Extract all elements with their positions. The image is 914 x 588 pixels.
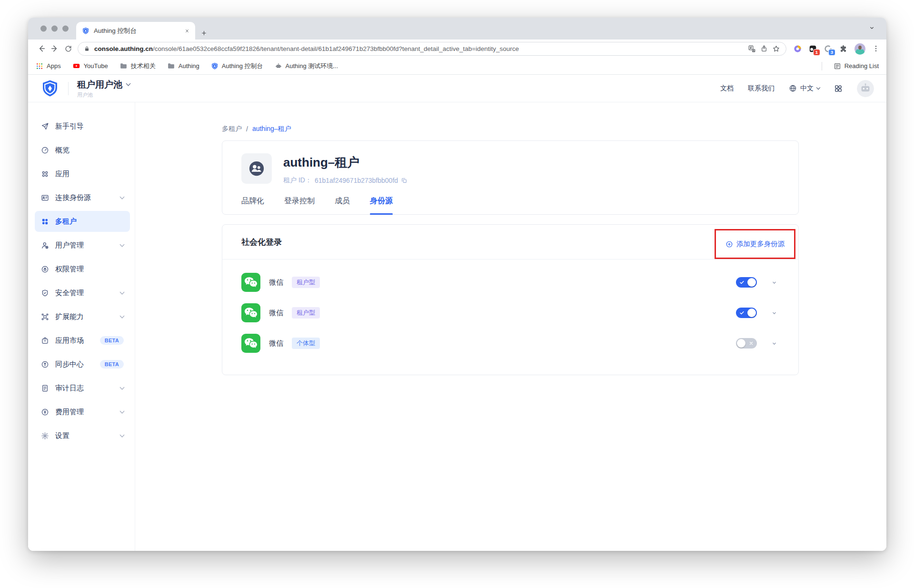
browser-menu-icon[interactable]	[872, 45, 880, 52]
share-icon[interactable]	[760, 45, 768, 52]
sidebar-item-permission[interactable]: 权限管理	[35, 259, 130, 279]
breadcrumb: 多租户 / authing–租户	[222, 125, 886, 133]
workspace-title: 租户用户池	[77, 79, 122, 91]
bookmark-item-3[interactable]: Authing	[167, 62, 199, 70]
chevron-down-icon	[120, 409, 125, 414]
sidebar-item-user[interactable]: 用户管理	[35, 235, 130, 256]
identity-source-row-2: 微信 个体型	[241, 328, 779, 359]
translate-icon[interactable]	[748, 45, 756, 53]
tenant-icon	[41, 218, 49, 226]
identity-source-name: 微信	[269, 339, 283, 348]
breadcrumb-current[interactable]: authing–租户	[252, 125, 291, 133]
bookmark-item-0[interactable]: Apps	[36, 62, 61, 70]
annotation-highlight-box: 添加更多身份源	[715, 229, 795, 259]
sidebar-item-fee[interactable]: 费用管理	[35, 401, 130, 422]
chevron-down-icon	[120, 242, 125, 247]
expand-row-chevron-icon[interactable]	[769, 308, 779, 318]
minimize-window-button[interactable]	[51, 26, 58, 32]
sidebar-item-overview[interactable]: 概览	[35, 140, 130, 160]
sidebar-item-sync[interactable]: 同步中心BETA	[35, 354, 130, 375]
sync-icon	[41, 360, 49, 369]
extension-badge: 3	[828, 49, 835, 56]
docs-link[interactable]: 文档	[720, 84, 734, 93]
bookmark-label: Authing 控制台	[222, 62, 263, 70]
sidebar-item-expand[interactable]: 扩展能力	[35, 306, 130, 327]
robot-icon	[275, 62, 282, 70]
enable-toggle[interactable]	[736, 308, 757, 318]
enable-toggle[interactable]	[736, 338, 757, 349]
sidebar-item-label: 连接身份源	[55, 193, 91, 202]
close-tab-icon[interactable]	[185, 29, 189, 33]
back-button[interactable]	[35, 42, 48, 55]
copy-icon[interactable]	[401, 177, 407, 184]
language-switcher[interactable]: 中文	[789, 84, 820, 93]
identity-source-name: 微信	[269, 278, 283, 287]
new-tab-button[interactable]	[201, 30, 207, 36]
bookmark-item-4[interactable]: Authing 控制台	[211, 62, 263, 70]
toggle-knob	[737, 339, 745, 348]
sidebar-item-idsource[interactable]: 连接身份源	[35, 187, 130, 208]
workspace-switcher[interactable]: 租户用户池 用户池	[77, 79, 130, 99]
sidebar-item-label: 审计日志	[55, 384, 84, 393]
breadcrumb-root[interactable]: 多租户	[222, 125, 242, 133]
browser-tab[interactable]: Authing 控制台	[76, 22, 195, 40]
security-icon	[41, 289, 49, 297]
sidebar-item-tenant[interactable]: 多租户	[35, 211, 130, 232]
extension-colorful-icon[interactable]	[793, 44, 802, 53]
authing-favicon-icon	[82, 27, 89, 35]
audit-icon	[41, 384, 49, 392]
console-apps-icon[interactable]	[834, 84, 843, 93]
browser-profile-avatar[interactable]	[854, 43, 866, 55]
tenant-tab-1[interactable]: 登录控制	[284, 196, 315, 214]
sidebar-item-audit[interactable]: 审计日志	[35, 378, 130, 399]
sidebar-item-security[interactable]: 安全管理	[35, 282, 130, 303]
zoom-window-button[interactable]	[62, 26, 69, 32]
sidebar-item-apps[interactable]: 应用	[35, 163, 130, 184]
permission-icon	[41, 265, 49, 273]
tenant-tab-2[interactable]: 成员	[335, 196, 350, 214]
wechat-icon	[241, 303, 260, 322]
header-right: 文档 联系我们 中文	[720, 80, 874, 97]
sidebar-item-label: 用户管理	[55, 241, 84, 250]
window-controls[interactable]	[40, 26, 69, 32]
enable-toggle[interactable]	[736, 277, 757, 288]
bookmark-item-1[interactable]: YouTube	[72, 62, 108, 70]
tenant-tab-0[interactable]: 品牌化	[241, 196, 264, 214]
tab-search-chevron-icon[interactable]	[869, 25, 875, 31]
bookmark-label: Apps	[47, 62, 61, 70]
sidebar-item-market[interactable]: 应用市场BETA	[35, 330, 130, 351]
sidebar-item-guide[interactable]: 新手引导	[35, 116, 130, 137]
section-header: 社会化登录	[222, 225, 798, 259]
expand-row-chevron-icon[interactable]	[769, 278, 779, 288]
gear-icon	[41, 432, 49, 440]
tenant-id-label: 租户 ID：	[283, 176, 312, 185]
contact-link[interactable]: 联系我们	[748, 84, 775, 93]
reload-button[interactable]	[61, 42, 75, 55]
bookmark-item-2[interactable]: 技术相关	[119, 62, 156, 70]
expand-row-chevron-icon[interactable]	[769, 339, 779, 349]
bookmarks-bar: Apps YouTube 技术相关 Authing Authing 控制台 Au…	[28, 58, 886, 75]
bookmark-label: Authing 测试环境...	[286, 62, 338, 70]
sidebar-item-gear[interactable]: 设置	[35, 425, 130, 446]
globe-icon	[789, 84, 797, 92]
reading-list-button[interactable]: Reading List	[834, 62, 879, 70]
sidebar-item-label: 概览	[55, 146, 70, 155]
extensions-puzzle-icon[interactable]	[839, 44, 848, 53]
expand-icon	[41, 313, 49, 321]
tab-label: 登录控制	[284, 197, 315, 205]
tenant-tab-3[interactable]: 身份源	[370, 196, 393, 214]
forward-button[interactable]	[48, 42, 61, 55]
authing-logo-icon[interactable]	[40, 79, 60, 98]
extension-notes-icon[interactable]: 1	[808, 44, 817, 53]
add-identity-source-button[interactable]: 添加更多身份源	[725, 239, 785, 249]
social-login-card: 社会化登录 添加更多身份源 微信 租户型	[222, 224, 799, 375]
bookmark-star-icon[interactable]	[772, 45, 780, 53]
user-avatar[interactable]	[857, 80, 874, 97]
user-icon	[41, 241, 49, 249]
extension-loop-icon[interactable]: 3	[824, 44, 833, 53]
address-bar[interactable]: console.authing.cn/console/61ae0532ce68c…	[78, 42, 786, 56]
sidebar-item-label: 多租户	[55, 217, 77, 226]
language-label: 中文	[800, 84, 814, 93]
bookmark-item-5[interactable]: Authing 测试环境...	[275, 62, 338, 70]
close-window-button[interactable]	[40, 26, 47, 32]
